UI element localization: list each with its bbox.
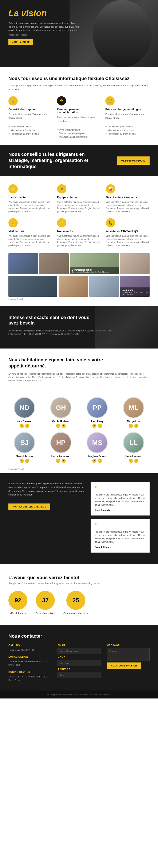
contact-col-info: Call Us +1 (026) 991 / 026 987 434 Local…	[8, 644, 51, 682]
avatar-initials-harry: HP	[56, 439, 65, 446]
avatar-initials-gabbi: GH	[56, 404, 66, 412]
service-item-4: 💰 Meilleur prix Vivo sucrit tellus maura…	[8, 218, 52, 247]
testimonial-text-2: Proin libero orci felis faucibus turpis.…	[95, 530, 145, 544]
service-item-5: ✨ Nouveautés Vivo sucrit tellus maura a …	[57, 218, 101, 247]
facebook-icon-meghan[interactable]: f	[92, 459, 96, 463]
image-box-6	[59, 276, 88, 297]
philosophy-heading: Nous habitation élégance faire volets vo…	[8, 357, 114, 369]
team-member-7: MS Meghan Scavo f t	[81, 432, 113, 463]
services-section: ⭐ Haute qualité Vivo sucrit tellus maura…	[0, 176, 158, 253]
twitter-icon-margo[interactable]: t	[134, 424, 138, 428]
service-title-4: Meilleur prix	[8, 229, 52, 233]
image-box-8: Souplesse Sample text. Click to select t…	[120, 276, 150, 297]
image-overlay-2: Souplesse Sample text. Click to select t…	[120, 287, 150, 297]
stat-item-3: 25 Conceptions réactives	[63, 591, 88, 615]
facebook-icon-linda[interactable]: f	[129, 459, 133, 463]
multilang-icon: 🌐	[105, 96, 115, 105]
hero-text: Duis aute irure dolor in reprehenderit i…	[8, 22, 82, 32]
twitter-icon-nick[interactable]: t	[25, 424, 29, 428]
testimonial-section: Fournir un environnement qui est agréabl…	[0, 473, 158, 564]
philosophy-section: Nous habitation élégance faire volets vo…	[0, 348, 158, 393]
hero-title: La vision	[8, 8, 82, 18]
twitter-icon-gabbi[interactable]: t	[62, 424, 66, 428]
contact-heading: Nous contacter	[8, 633, 150, 639]
philosophy-text: En vertu de notre philosophie d'être l'e…	[8, 372, 150, 382]
team-credit: Images de Freepik	[0, 467, 158, 473]
message-input[interactable]	[107, 648, 150, 661]
intense-section: Intense est exactement ce dont vous avez…	[0, 306, 158, 348]
name-paul: Paul Perry	[81, 420, 113, 423]
images-section: Commercialisation Sample text. Click to …	[0, 253, 158, 306]
social-margo: f t	[118, 424, 150, 428]
twitter-icon-sam[interactable]: t	[25, 459, 29, 463]
contact-col-form2: Message NOUS LOUS PASSION	[107, 644, 150, 682]
list-item: Proin tincidunt magna	[57, 128, 101, 132]
col-3-text: Proin tincidunt magna. Vivamus porta feu…	[105, 113, 150, 120]
name-input[interactable]	[58, 660, 100, 666]
testimonial-card-2: " Proin libero orci felis faucibus turpi…	[91, 519, 150, 553]
footer-text: Protégé par les droits d'auteur © 2024 V…	[8, 693, 150, 695]
stat-circle-1: 92	[8, 591, 27, 610]
stat-item-1: 92 Idées illimitées	[8, 591, 27, 615]
facebook-icon-sam[interactable]: f	[20, 459, 24, 463]
testimonial-text-1: Proin libero orci felis faucibus turpis.…	[95, 493, 145, 507]
service-title-5: Nouveautés	[57, 229, 101, 233]
list-item: Proin tincidunt magna	[8, 125, 53, 128]
name-nick: Nick Dawson	[8, 420, 41, 423]
stats-section: L'avenir que vous verrez bientôt Sample …	[0, 564, 158, 625]
service-title-3: Des résultats étonnants	[106, 196, 150, 199]
avatar-meghan: MS	[87, 432, 108, 453]
name-harry: Harry Patterson	[45, 455, 77, 458]
image-box-4	[120, 253, 150, 274]
testimonial-left: Fournir un environnement qui est agréabl…	[8, 482, 84, 556]
stats-heading: L'avenir que vous verrez bientôt	[8, 575, 150, 580]
col-1-text: Proin tincidunt magna. Vivamus porta feu…	[8, 113, 53, 120]
learn-more-button[interactable]: APPRENDRE ENCORE PLUS	[8, 503, 50, 510]
quote-mark-2: "	[95, 523, 145, 529]
facebook-icon-harry[interactable]: f	[56, 459, 60, 463]
new-icon: ✨	[57, 218, 66, 227]
avatar-img-gabbi: GH	[51, 398, 71, 417]
phone-button[interactable]: +12-345-678-89089	[117, 156, 150, 165]
image-box-2	[39, 253, 69, 274]
contact-grid: Call Us +1 (026) 991 / 026 987 434 Local…	[8, 644, 150, 682]
hero-content: La vision Duis aute irure dolor in repre…	[8, 8, 82, 45]
facebook-icon-paul[interactable]: f	[92, 424, 96, 428]
flexible-cols: 🔒 Sécurité d'entreprise Proin tincidunt …	[8, 96, 150, 139]
avatar-img-sam: SJ	[14, 433, 34, 453]
facebook-icon-gabbi[interactable]: f	[56, 424, 60, 428]
address-input[interactable]	[58, 672, 100, 678]
avatar-img-paul: PP	[87, 398, 107, 417]
stat-label-1: Idées illimitées	[8, 612, 27, 615]
call-us-label: Call Us	[8, 644, 51, 647]
quote-mark-1: "	[95, 486, 145, 492]
hours-text: Lundi—Ven. : 9h—17h, Sab. : 11h—15h, Dim…	[8, 675, 51, 682]
overlay-text-1: Sample text. Click to select the Text El…	[72, 271, 117, 273]
testimonial-author-1: Célia Almeida	[95, 509, 145, 511]
facebook-icon-margo[interactable]: f	[129, 424, 133, 428]
intense-heading: Intense est exactement ce dont vous avez…	[8, 315, 93, 326]
avatar-initials-sam: SJ	[21, 439, 29, 446]
service-text-3: Vivo sucrit tellus maura a diam maximus …	[106, 200, 150, 213]
twitter-icon-meghan[interactable]: t	[98, 459, 102, 463]
dark-banner-text: Nous conseillons les dirigeants en strat…	[8, 151, 105, 169]
social-meghan: f t	[81, 459, 113, 463]
twitter-icon-harry[interactable]: t	[62, 459, 66, 463]
service-title-6: Assistance 24h/24 et 7j/7	[106, 229, 150, 233]
service-item-2: ✏ Équipe créative Vivo sucrit tellus mau…	[57, 184, 101, 213]
avatar-img-margo: ML	[124, 398, 144, 417]
testimonial-card-1: " Proin libero orci felis faucibus turpi…	[91, 482, 150, 516]
flexible-heading: Nous fournissons une informatique flexib…	[8, 76, 150, 81]
name-gabbi: Gabbi Hudson	[45, 420, 77, 423]
twitter-icon-paul[interactable]: t	[98, 424, 102, 428]
team-member-2: GH Gabbi Hudson f t	[45, 397, 77, 428]
footer: Protégé par les droits d'auteur © 2024 V…	[0, 690, 158, 699]
flex-col-1: 🔒 Sécurité d'entreprise Proin tincidunt …	[8, 96, 53, 139]
hero-button[interactable]: VOIR LA SUITE	[8, 39, 33, 45]
twitter-icon-linda[interactable]: t	[134, 459, 138, 463]
submit-button[interactable]: NOUS LOUS PASSION	[107, 662, 141, 669]
avatar-initials-margo: ML	[129, 404, 138, 412]
col-3-title: Prise en charge multilingue	[105, 107, 150, 111]
facebook-icon-nick[interactable]: f	[20, 424, 24, 428]
email-input[interactable]	[58, 648, 100, 654]
